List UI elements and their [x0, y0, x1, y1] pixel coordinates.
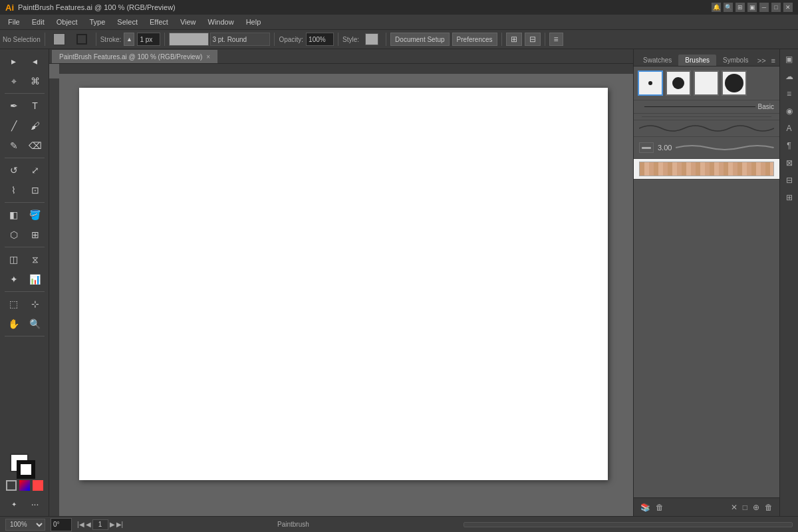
search-icon[interactable]: 🔍 [724, 3, 733, 12]
layers-icon[interactable]: ≡ [782, 86, 797, 101]
menu-type[interactable]: Type [84, 17, 111, 27]
align-btn[interactable]: ⊟ [525, 33, 541, 46]
magic-wand-tool[interactable]: ⌖ [4, 72, 24, 90]
more-tools-btn[interactable]: ··· [25, 495, 45, 513]
first-page-btn[interactable]: |◀ [77, 521, 84, 528]
hand-tool[interactable]: ✋ [4, 315, 24, 333]
brush-pattern-row[interactable] [634, 159, 779, 180]
stroke-color-box[interactable] [72, 33, 92, 46]
menu-file[interactable]: File [3, 17, 25, 27]
apply-color-icon[interactable] [33, 480, 43, 491]
brush-preset-1[interactable] [638, 70, 663, 96]
preferences-button[interactable]: Preferences [452, 33, 497, 46]
brush-size-row[interactable]: 3.00 [634, 137, 779, 159]
warp-tool[interactable]: ⌇ [4, 181, 24, 200]
stroke-value-input[interactable] [137, 33, 160, 46]
zoom-select[interactable]: 100% [5, 519, 45, 531]
swatches-tab[interactable]: Swatches [636, 55, 678, 66]
brush-preset-4[interactable] [722, 70, 747, 96]
canvas-scroll[interactable] [49, 64, 633, 516]
window-controls[interactable]: 🔔 🔍 ⊞ ▣ ─ □ ✕ [712, 3, 793, 12]
fill-stroke-swatches[interactable] [10, 454, 39, 479]
layout-icon[interactable]: ⊞ [735, 3, 745, 12]
menu-window[interactable]: Window [203, 17, 239, 27]
direct-selection-tool[interactable]: ◂ [25, 52, 45, 70]
column-graph-tool[interactable]: 📊 [25, 270, 45, 289]
edit-colors-btn[interactable]: ✦ [4, 495, 24, 513]
symbol-sprayer-tool[interactable]: ✦ [4, 270, 24, 289]
blend-tool[interactable]: ⧖ [25, 250, 45, 269]
pathfinder-icon[interactable]: ⊞ [782, 190, 797, 205]
brush-new-btn[interactable]: □ [740, 501, 750, 513]
minimize-button[interactable]: ─ [759, 3, 769, 12]
align-right-icon[interactable]: ⊟ [782, 173, 797, 188]
perspective-tool[interactable]: ⬡ [4, 225, 24, 244]
panel-icon[interactable]: ▣ [747, 3, 757, 12]
rotate-tool[interactable]: ↺ [4, 161, 24, 180]
brush-edit-btn[interactable]: 🗑 [653, 501, 666, 513]
next-page-btn[interactable]: ▶ [110, 521, 115, 528]
canvas-tab-close[interactable]: × [206, 53, 210, 61]
appearance-icon[interactable]: ◉ [782, 104, 797, 118]
canvas-tab-main[interactable]: PaintBrush Features.ai @ 100 % (RGB/Prev… [52, 50, 217, 63]
menu-help[interactable]: Help [241, 17, 267, 27]
none-color-icon[interactable] [6, 480, 17, 491]
selection-tool[interactable]: ▸ [4, 52, 24, 70]
last-page-btn[interactable]: ▶| [116, 521, 124, 528]
brushes-tab[interactable]: Brushes [678, 55, 716, 66]
menu-select[interactable]: Select [112, 17, 143, 27]
scale-tool[interactable]: ⤢ [25, 161, 45, 180]
menu-view[interactable]: View [175, 17, 201, 27]
close-button[interactable]: ✕ [783, 3, 793, 12]
paragraph-icon[interactable]: ¶ [782, 138, 797, 153]
live-paint-tool[interactable]: 🪣 [25, 205, 45, 224]
pencil-tool[interactable]: ✎ [4, 136, 24, 155]
artboard[interactable] [79, 88, 608, 480]
shape-builder-tool[interactable]: ◧ [4, 205, 24, 224]
slice-tool[interactable]: ⊹ [25, 295, 45, 313]
transform-icon[interactable]: ⊠ [782, 156, 797, 170]
pen-tool[interactable]: ✒ [4, 96, 24, 115]
panel-menu-icon[interactable]: ≡ [770, 55, 777, 66]
page-number-input[interactable] [92, 519, 108, 530]
stroke-swatch[interactable] [17, 460, 35, 479]
fill-color-box[interactable] [49, 33, 69, 46]
notifications-icon[interactable]: 🔔 [712, 3, 721, 12]
brush-delete-btn[interactable]: ✕ [728, 501, 740, 513]
stroke-up-btn[interactable]: ▲ [124, 33, 134, 46]
maximize-button[interactable]: □ [771, 3, 781, 12]
character-icon[interactable]: A [782, 121, 797, 136]
brush-remove-btn[interactable]: 🗑 [762, 501, 775, 513]
eraser-tool[interactable]: ⌫ [25, 136, 45, 155]
brush-item-basic[interactable]: Basic [634, 100, 779, 114]
gradient-color-icon[interactable] [19, 480, 30, 491]
mesh-tool[interactable]: ⊞ [25, 225, 45, 244]
brush-library-btn[interactable]: 📚 [638, 501, 653, 513]
style-color-box[interactable] [362, 33, 382, 46]
cc-libraries-icon[interactable]: ☁ [782, 69, 797, 84]
rotation-input[interactable] [51, 518, 72, 531]
panel-expand-icon[interactable]: >> [756, 55, 767, 66]
brush-select[interactable]: 3 pt. Round [210, 33, 270, 46]
free-transform-tool[interactable]: ⊡ [25, 181, 45, 200]
brush-preset-2[interactable] [666, 70, 691, 96]
type-tool[interactable]: T [25, 96, 45, 115]
brush-dup-btn[interactable]: ⊕ [750, 501, 762, 513]
properties-icon[interactable]: ▣ [782, 52, 797, 66]
gradient-tool[interactable]: ◫ [4, 250, 24, 269]
zoom-tool[interactable]: 🔍 [25, 315, 45, 333]
arrange-btn[interactable]: ⊞ [506, 33, 522, 46]
menu-effect[interactable]: Effect [144, 17, 174, 27]
brush-item-thin[interactable] [634, 114, 779, 120]
document-setup-button[interactable]: Document Setup [390, 33, 450, 46]
menu-edit[interactable]: Edit [27, 17, 50, 27]
line-tool[interactable]: ╱ [4, 116, 24, 135]
opacity-input[interactable] [306, 33, 334, 46]
more-options-btn[interactable]: ≡ [549, 33, 563, 46]
lasso-tool[interactable]: ⌘ [25, 72, 45, 90]
menu-object[interactable]: Object [51, 17, 83, 27]
artboard-tool[interactable]: ⬚ [4, 295, 24, 313]
paintbrush-tool active[interactable]: 🖌 [25, 116, 45, 135]
brush-item-wavy[interactable] [634, 120, 779, 137]
brush-preset-3[interactable] [694, 70, 719, 96]
